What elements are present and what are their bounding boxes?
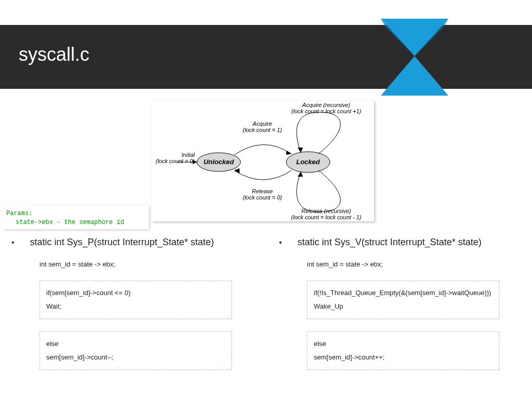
svg-text:Acquire (recursive): Acquire (recursive) bbox=[302, 102, 351, 108]
svg-text:(lock count = lock count +1): (lock count = lock count +1) bbox=[291, 108, 362, 114]
right-column: • static int Sys_V(struct Interrupt_Stat… bbox=[279, 237, 515, 382]
sys-p-box2: else sem[sem_id]->count--; bbox=[39, 331, 232, 370]
svg-text:(lock count = lock count - 1): (lock count = lock count - 1) bbox=[291, 214, 362, 220]
svg-text:(lock count = 0): (lock count = 0) bbox=[155, 158, 195, 164]
svg-text:Initial: Initial bbox=[181, 152, 195, 158]
left-column: • static int Sys_P(struct Interrupt_Stat… bbox=[11, 237, 248, 382]
sys-p-signature: static int Sys_P(struct Interrupt_State*… bbox=[30, 237, 214, 248]
ribbon-decoration bbox=[381, 19, 448, 96]
params-line2: state->ebx - the semaphore id bbox=[6, 218, 145, 227]
sys-p-box1: if(sem[sem_id]->count <= 0) Wait; bbox=[39, 281, 232, 319]
svg-marker-1 bbox=[381, 56, 448, 96]
svg-text:Release (recursive): Release (recursive) bbox=[301, 208, 351, 214]
sys-v-box2: else sem[sem_id]->count++; bbox=[307, 331, 499, 370]
bullet-left: • bbox=[11, 238, 15, 247]
page-title: syscall.c bbox=[19, 44, 89, 65]
bullet-right: • bbox=[279, 238, 282, 247]
state-diagram: Unlocked Locked Initial (lock count = 0)… bbox=[152, 101, 374, 221]
content-columns: • static int Sys_P(struct Interrupt_Stat… bbox=[11, 237, 521, 382]
state-unlocked-label: Unlocked bbox=[204, 158, 235, 166]
params-card: Params: state->ebx - the semaphore id bbox=[3, 205, 149, 229]
svg-marker-8 bbox=[286, 151, 291, 155]
sys-p-line1: int sem_id = state -> ebx; bbox=[39, 260, 248, 268]
sys-v-signature: static int Sys_V(struct Interrupt_State*… bbox=[298, 237, 482, 248]
svg-text:(lock count = 0): (lock count = 0) bbox=[243, 194, 282, 201]
svg-marker-0 bbox=[381, 19, 448, 56]
params-line1: Params: bbox=[6, 209, 145, 218]
sys-v-box1: if(!Is_Thread_Queue_Empty(&(sem[sem_id]-… bbox=[307, 281, 499, 319]
state-locked-label: Locked bbox=[296, 158, 321, 166]
svg-text:Acquire: Acquire bbox=[252, 121, 272, 127]
svg-text:(lock count = 1): (lock count = 1) bbox=[243, 127, 282, 133]
sys-v-line1: int sem_id = state -> ebx; bbox=[307, 260, 515, 268]
svg-text:Release: Release bbox=[252, 188, 273, 194]
